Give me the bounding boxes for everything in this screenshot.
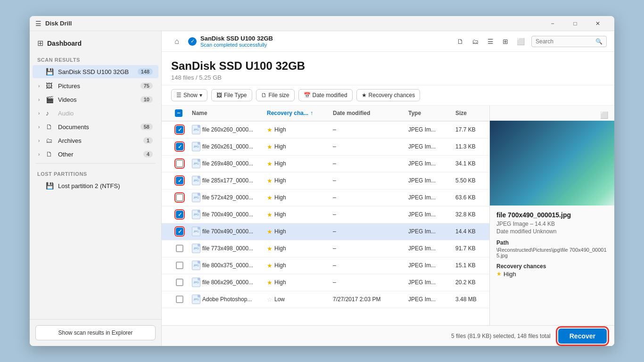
sidebar-drive-item[interactable]: 💾 SanDisk SSD U100 32GB 148 (33, 65, 158, 78)
show-explorer-button[interactable]: Show scan results in Explorer (35, 325, 156, 340)
table-row[interactable]: JPG file 285x177_0000... ★ High – JPEG I… (162, 173, 489, 189)
table-row[interactable]: JPG file 806x296_0000... ★ High – JPEG I… (162, 274, 489, 291)
row-name: JPG file 700x490_0000... (188, 207, 263, 222)
view-btn-preview[interactable]: ⬜ (513, 34, 528, 49)
row-name: JPG file 806x296_0000... (188, 275, 263, 290)
header-checkbox-cell[interactable] (171, 108, 188, 118)
table-row[interactable]: JPG file 260x261_0000... ★ High – JPEG I… (162, 139, 489, 156)
table-row[interactable]: JPG file 572x429_0000... ★ High – JPEG I… (162, 189, 489, 206)
scan-results-section: Scan results (30, 51, 161, 65)
close-button[interactable]: ✕ (587, 16, 609, 31)
row-checkbox-cell[interactable] (171, 142, 188, 151)
maximize-button[interactable]: □ (564, 16, 586, 31)
row-checkbox-cell[interactable] (171, 279, 188, 286)
icon-3: 🗋 (46, 123, 55, 131)
recovery-star: ★ (267, 211, 272, 218)
header-recovery[interactable]: Recovery cha... ↑ (263, 108, 329, 118)
row-checkbox-cell[interactable] (171, 159, 188, 168)
header-type[interactable]: Type (405, 108, 452, 118)
date-modified-button[interactable]: 📅 Date modified (298, 89, 353, 101)
file-icon: JPG (192, 295, 200, 304)
home-button[interactable]: ⌂ (169, 34, 184, 49)
row-checkbox[interactable] (176, 296, 183, 303)
row-type: JPEG Im... (405, 276, 452, 288)
menu-icon[interactable]: ☰ (35, 20, 41, 27)
sidebar-item-pictures[interactable]: › 🖼 Pictures 75 (33, 79, 158, 92)
header-name[interactable]: Name (188, 108, 263, 118)
row-checkbox[interactable] (176, 228, 183, 235)
filename: file 260x261_0000... (202, 143, 253, 150)
table-row[interactable]: JPG file 260x260_0000... ★ High – JPEG I… (162, 122, 489, 139)
view-btn-grid[interactable]: ⊞ (498, 34, 512, 49)
row-checkbox-cell[interactable] (171, 227, 188, 236)
row-checkbox-cell[interactable] (171, 210, 188, 219)
header-size[interactable]: Size (452, 108, 489, 118)
row-checkbox[interactable] (176, 160, 183, 167)
search-input[interactable] (536, 38, 593, 45)
sidebar-item-archives[interactable]: › 🗂 Archives 1 (33, 134, 158, 147)
row-size: 3.48 MB (452, 293, 489, 305)
row-recovery: ★ High (263, 191, 329, 204)
recover-button[interactable]: Recover (558, 329, 607, 344)
view-btn-folder[interactable]: 🗂 (468, 34, 482, 49)
lost-partitions-section: Lost partitions (30, 165, 161, 179)
row-checkbox[interactable] (176, 262, 183, 269)
icon-1: 🎬 (46, 96, 55, 103)
row-checkbox[interactable] (176, 177, 183, 184)
show-label: Show (183, 92, 198, 99)
file-type-button[interactable]: 🖼 File Type (211, 89, 252, 101)
table-body: JPG file 260x260_0000... ★ High – JPEG I… (162, 122, 489, 308)
row-checkbox[interactable] (176, 194, 183, 201)
row-checkbox-cell[interactable] (171, 245, 188, 252)
row-checkbox-cell[interactable] (171, 193, 188, 202)
row-checkbox[interactable] (176, 279, 183, 286)
table-row[interactable]: JPG file 700x490_0000... ★ High – JPEG I… (162, 223, 489, 240)
file-size-button[interactable]: 🗋 File size (256, 89, 295, 101)
filename: file 572x429_0000... (202, 194, 253, 201)
view-btn-file[interactable]: 🗋 (453, 34, 467, 49)
sidebar-item-videos[interactable]: › 🎬 Videos 10 (33, 93, 158, 106)
label-1: Videos (58, 96, 140, 103)
search-box[interactable]: 🔍 (531, 36, 607, 47)
sidebar-item-audio[interactable]: › ♪ Audio (33, 107, 158, 120)
row-checkbox-cell[interactable] (171, 296, 188, 303)
row-checkbox-cell[interactable] (171, 125, 188, 134)
dashboard-item[interactable]: ⊞ Dashboard (30, 31, 161, 51)
row-checkbox-cell[interactable] (171, 262, 188, 269)
row-name: JPG file 572x429_0000... (188, 190, 263, 205)
row-name: JPG Adobe Photoshop... (188, 292, 263, 307)
icon-2: ♪ (46, 109, 55, 117)
table-row[interactable]: JPG file 269x480_0000... ★ High – JPEG I… (162, 156, 489, 173)
filename: file 269x480_0000... (202, 160, 253, 167)
row-size: 14.4 KB (452, 225, 489, 238)
sidebar-item-other[interactable]: › 🗋 Other 4 (33, 148, 158, 161)
table-row[interactable]: JPG Adobe Photoshop... ☆ Low 7/27/2017 2… (162, 291, 489, 308)
row-date: 7/27/2017 2:03 PM (329, 293, 405, 305)
lost-partition-item[interactable]: 💾 Lost partition 2 (NTFS) (33, 179, 158, 192)
row-date: – (329, 225, 405, 238)
table-row[interactable]: JPG file 773x498_0000... ★ High – JPEG I… (162, 240, 489, 257)
row-checkbox[interactable] (176, 143, 183, 150)
recovery-chances-button[interactable]: ★ Recovery chances (356, 89, 421, 101)
titlebar: ☰ Disk Drill − □ ✕ (30, 16, 614, 31)
row-checkbox-cell[interactable] (171, 176, 188, 185)
row-checkbox[interactable] (176, 245, 183, 252)
sidebar-item-documents[interactable]: › 🗋 Documents 58 (33, 120, 158, 133)
row-recovery: ★ High (263, 242, 329, 255)
header-checkbox[interactable] (175, 109, 182, 117)
row-checkbox[interactable] (176, 126, 183, 133)
table-row[interactable]: JPG file 700x490_0000... ★ High – JPEG I… (162, 206, 489, 223)
table-row[interactable]: JPG file 800x375_0000... ★ High – JPEG I… (162, 257, 489, 274)
row-date: – (329, 140, 405, 153)
preview-expand-button[interactable]: ⬜ (598, 109, 610, 121)
status-bar: 5 files (81.9 KB) selected, 148 files to… (162, 325, 614, 346)
minimize-button[interactable]: − (542, 16, 563, 31)
toolbar-title-group: SanDisk SSD U100 32GB Scan completed suc… (200, 35, 449, 48)
header-date[interactable]: Date modified (329, 108, 405, 118)
file-icon: JPG (192, 159, 200, 168)
filter-bar: ☰ Show ▾ 🖼 File Type 🗋 File size 📅 Date … (162, 85, 614, 106)
view-btn-list[interactable]: ☰ (483, 34, 497, 49)
file-size-label: File size (269, 92, 289, 99)
show-filter-button[interactable]: ☰ Show ▾ (171, 89, 207, 101)
row-checkbox[interactable] (176, 211, 183, 218)
